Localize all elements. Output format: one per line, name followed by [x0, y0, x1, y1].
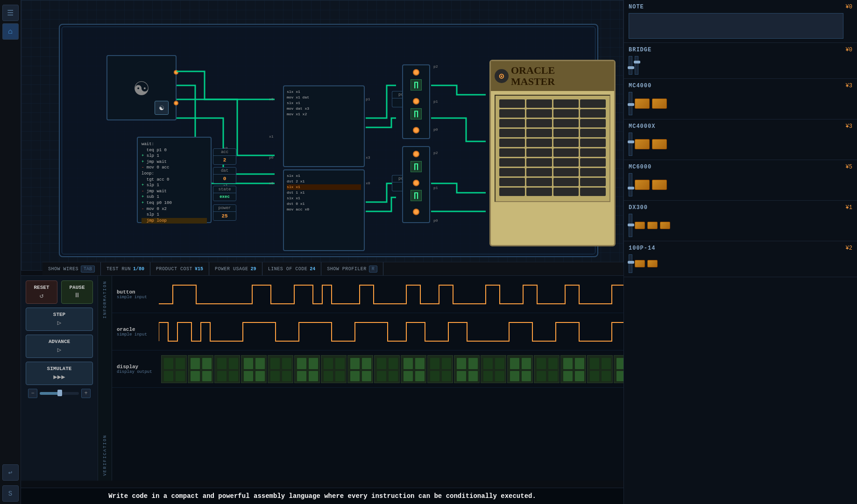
circuit-frame: ☯ ☯ x0 x1 p0 x0: [59, 24, 598, 257]
svg-rect-27: [335, 371, 345, 381]
100p14-chip-2[interactable]: [647, 260, 658, 267]
bridge-slider-handle[interactable]: [628, 66, 634, 69]
mc6000-chip-2[interactable]: [652, 180, 667, 190]
step-button[interactable]: STEP ▷: [26, 308, 93, 331]
mc4000-slider-handle[interactable]: [628, 103, 634, 106]
svg-rect-13: [255, 358, 265, 369]
bridge-slider[interactable]: [629, 56, 632, 75]
svg-rect-4: [191, 358, 200, 369]
svg-rect-41: [442, 358, 451, 369]
sidebar-settings-btn[interactable]: S: [2, 485, 19, 502]
module-yinyang[interactable]: ☯ ☯: [106, 55, 177, 120]
module-oracle: ⊙ ORACLE MASTER: [489, 60, 616, 246]
gate-circle-bot-2: [413, 180, 419, 186]
vol-track[interactable]: [40, 392, 79, 395]
show-wires-item[interactable]: SHOW WIRES TAB: [42, 262, 101, 276]
pause-icon: ⏸: [74, 292, 80, 299]
sidebar-back-btn[interactable]: ↩: [2, 464, 19, 481]
gate-circle-1: [413, 69, 419, 76]
bridge-slider-2[interactable]: [635, 56, 638, 75]
power-usage-item: POWER USAGE 29: [209, 262, 262, 276]
mc4000x-chip-2[interactable]: [652, 139, 667, 149]
simulate-button[interactable]: SIMULATE ▶▶▶: [26, 362, 93, 385]
verification-tab[interactable]: VERIFICATION: [100, 430, 110, 481]
svg-rect-52: [510, 358, 519, 369]
svg-rect-19: [282, 371, 291, 381]
vol-handle[interactable]: [57, 390, 62, 396]
mc6000-slider[interactable]: [629, 173, 632, 196]
dx300-chip-2[interactable]: [647, 222, 658, 229]
signal-canvas-button: [159, 276, 623, 313]
mc6000-slider-handle[interactable]: [628, 187, 634, 189]
svg-rect-46: [457, 371, 466, 381]
port-p1-gate-top: p1: [433, 99, 438, 104]
yinyang-small-icon: ☯: [155, 101, 169, 115]
sidebar-menu-btn[interactable]: ☰: [2, 5, 19, 21]
reset-button[interactable]: RESET ↺: [26, 280, 57, 304]
port-p1-gate-bot: p1: [433, 186, 438, 190]
module-mid-top[interactable]: slx x1 mov x1 dat slx x1 mov dat x3 mov …: [283, 85, 365, 167]
lines-of-code-item: LINES OF CODE 24: [262, 262, 322, 276]
svg-rect-43: [442, 371, 451, 381]
gate-circle-3: [413, 127, 419, 133]
svg-rect-54: [510, 371, 519, 381]
module-mid-bot[interactable]: slx x1 dst 2 x1 slx x1 dst 1 x1 slx x1 d…: [283, 169, 365, 251]
signal-canvas-oracle: [159, 313, 623, 350]
mc4000x-slider[interactable]: [629, 133, 632, 156]
100p14-slider-handle[interactable]: [628, 261, 634, 264]
signal-label-oracle: oracle simple input: [112, 324, 159, 339]
mc4000x-slider-handle[interactable]: [628, 140, 634, 143]
mc4000x-chip-1[interactable]: [635, 139, 650, 149]
svg-rect-63: [575, 371, 584, 381]
bottom-text-bar: Write code in a compact and powerful ass…: [21, 488, 623, 504]
dx300-chip-1[interactable]: [635, 222, 645, 229]
mc4000-chip-1[interactable]: [635, 98, 650, 109]
mc4000-chip-2[interactable]: [652, 98, 667, 109]
bridge-controls: [629, 56, 852, 75]
code-text-left: wait: teq p1 0 + slp 1 + jmp wait - mov …: [142, 141, 207, 224]
svg-rect-34: [377, 371, 386, 381]
signal-row-oracle: oracle simple input: [112, 313, 623, 350]
advance-button[interactable]: ADVANCE ▷: [26, 335, 93, 358]
svg-rect-2: [164, 371, 173, 381]
svg-rect-55: [522, 371, 531, 381]
mc6000-chip-1[interactable]: [635, 180, 650, 190]
vol-fill: [40, 392, 59, 395]
100p14-slider[interactable]: [629, 254, 632, 273]
code-mid-bot: slx x1 dst 2 x1 slx x1 dst 1 x1 slx x1 d…: [287, 173, 361, 212]
information-tab[interactable]: INFORMATION: [100, 276, 110, 323]
display-frame-11: [427, 355, 453, 383]
show-profiler-item[interactable]: SHOW PROFILER R: [321, 262, 383, 276]
display-frame-2: [188, 355, 213, 383]
vol-down-btn[interactable]: −: [28, 389, 37, 398]
bridge-slider-2-handle[interactable]: [634, 61, 640, 63]
volume-control[interactable]: − +: [26, 389, 93, 398]
dx300-chips: [629, 214, 852, 237]
oracle-logo: ⊙: [495, 69, 509, 83]
reg-power-left: power 25: [213, 204, 236, 221]
port-p0-mid-bot-in: p0: [269, 155, 274, 160]
dx300-slider[interactable]: [629, 214, 632, 237]
bottom-text-content: Write code in a compact and powerful ass…: [108, 492, 536, 500]
gate-square-bot-2: ∏: [411, 190, 422, 201]
dx300-slider-handle[interactable]: [628, 224, 634, 226]
test-run-item: TEST RUN 1/80: [101, 262, 150, 276]
pause-button[interactable]: PAUSE ⏸: [61, 280, 93, 304]
vol-up-btn[interactable]: +: [81, 389, 91, 398]
mc4000-slider[interactable]: [629, 92, 632, 115]
module-code-left[interactable]: wait: teq p1 0 + slp 1 + jmp wait - mov …: [137, 137, 212, 223]
svg-rect-5: [202, 358, 212, 369]
dx300-chip-3[interactable]: [660, 222, 670, 229]
left-sidebar: ☰ ⌂ ↩ S: [0, 0, 21, 504]
svg-rect-42: [430, 371, 439, 381]
svg-rect-59: [548, 371, 558, 381]
oracle-title-bar: ⊙ ORACLE MASTER: [491, 61, 614, 91]
port-p0-gate-bot: p0: [433, 218, 438, 223]
svg-rect-23: [309, 371, 318, 381]
reg-power-left-value: 25: [213, 212, 236, 220]
oracle-display-area: [495, 95, 610, 202]
signal-label-button: button simple input: [112, 287, 159, 302]
sidebar-home-btn[interactable]: ⌂: [2, 23, 19, 40]
svg-rect-14: [244, 371, 253, 381]
100p14-chip-1[interactable]: [635, 260, 645, 267]
